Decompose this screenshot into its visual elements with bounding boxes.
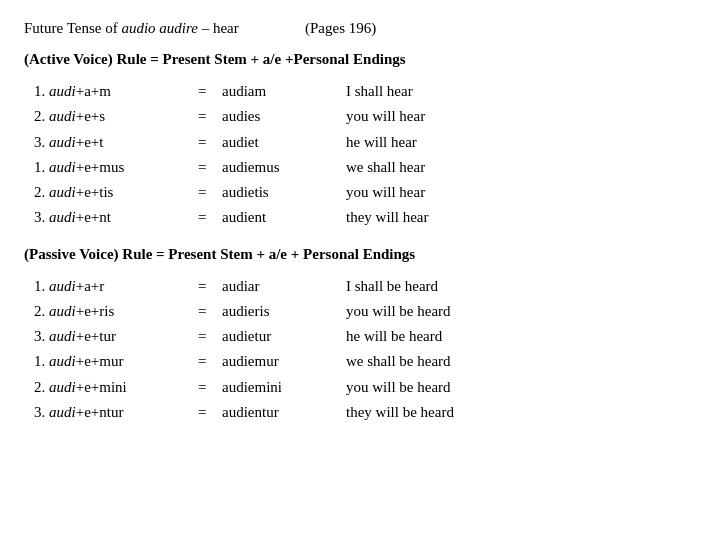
meaning: I shall hear (346, 80, 546, 103)
title-italic: audio audire (121, 20, 198, 36)
meaning: you will be heard (346, 300, 546, 323)
equals-sign: = (198, 300, 218, 323)
equals-sign: = (198, 325, 218, 348)
conjugated-form: audietis (222, 181, 342, 204)
meaning: he will hear (346, 131, 546, 154)
active-rule: (Active Voice) Rule = Present Stem + a/e… (24, 51, 696, 68)
row-number: 1. audi+a+m (34, 80, 194, 103)
conjugated-form: audiemur (222, 350, 342, 373)
meaning: we shall be heard (346, 350, 546, 373)
conjugated-form: audient (222, 206, 342, 229)
conjugated-form: audies (222, 105, 342, 128)
conjugated-form: audiam (222, 80, 342, 103)
title-line: Future Tense of audio audire – hear (Pag… (24, 20, 696, 37)
active-table: 1. audi+a+m=audiamI shall hear2. audi+e+… (34, 80, 696, 230)
row-number: 3. audi+e+tur (34, 325, 194, 348)
passive-rule: (Passive Voice) Rule = Present Stem + a/… (24, 246, 696, 263)
equals-sign: = (198, 401, 218, 424)
equals-sign: = (198, 80, 218, 103)
row-number: 3. audi+e+ntur (34, 401, 194, 424)
row-number: 2. audi+e+mini (34, 376, 194, 399)
equals-sign: = (198, 350, 218, 373)
meaning: we shall hear (346, 156, 546, 179)
equals-sign: = (198, 376, 218, 399)
conjugated-form: audiemini (222, 376, 342, 399)
row-number: 2. audi+e+ris (34, 300, 194, 323)
equals-sign: = (198, 156, 218, 179)
row-number: 1. audi+a+r (34, 275, 194, 298)
row-number: 3. audi+e+nt (34, 206, 194, 229)
row-number: 1. audi+e+mur (34, 350, 194, 373)
meaning: he will be heard (346, 325, 546, 348)
row-number: 3. audi+e+t (34, 131, 194, 154)
row-number: 2. audi+e+s (34, 105, 194, 128)
conjugated-form: audiet (222, 131, 342, 154)
meaning: they will hear (346, 206, 546, 229)
meaning: I shall be heard (346, 275, 546, 298)
meaning: you will hear (346, 105, 546, 128)
conjugated-form: audiar (222, 275, 342, 298)
meaning: they will be heard (346, 401, 546, 424)
conjugated-form: audientur (222, 401, 342, 424)
meaning: you will be heard (346, 376, 546, 399)
row-number: 2. audi+e+tis (34, 181, 194, 204)
passive-table: 1. audi+a+r=audiarI shall be heard2. aud… (34, 275, 696, 425)
pages-ref: (Pages 196) (283, 20, 377, 36)
equals-sign: = (198, 206, 218, 229)
conjugated-form: audiemus (222, 156, 342, 179)
equals-sign: = (198, 181, 218, 204)
meaning: you will hear (346, 181, 546, 204)
equals-sign: = (198, 275, 218, 298)
equals-sign: = (198, 131, 218, 154)
equals-sign: = (198, 105, 218, 128)
title-text: Future Tense of audio audire – hear (Pag… (24, 20, 376, 37)
conjugated-form: audieris (222, 300, 342, 323)
conjugated-form: audietur (222, 325, 342, 348)
row-number: 1. audi+e+mus (34, 156, 194, 179)
